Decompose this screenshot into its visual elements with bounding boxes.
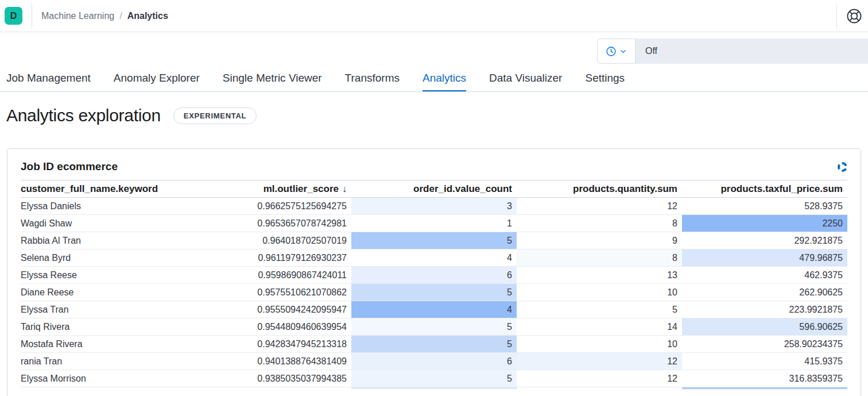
- refresh-interval-button[interactable]: [597, 39, 636, 64]
- table-cell: 8: [517, 249, 682, 267]
- table-cell: Elyssa Morrison: [21, 370, 186, 387]
- table-cell: Selena Byrd: [21, 249, 186, 267]
- column-header-products-quantity-sum[interactable]: products.quantity.sum: [517, 180, 682, 198]
- column-header-products-taxful-price-sum[interactable]: products.taxful_price.sum: [682, 180, 847, 198]
- tab-data-visualizer[interactable]: Data Visualizer: [489, 65, 562, 91]
- table-cell: 14: [517, 318, 682, 336]
- column-header-label: products.taxful_price.sum: [720, 183, 843, 194]
- table-cell: 596.90625: [682, 318, 847, 336]
- table-cell: Rabbia Al Tran: [21, 232, 186, 249]
- help-button[interactable]: [846, 8, 862, 24]
- page-title: Analytics exploration: [6, 106, 161, 125]
- table-cell: 8: [517, 215, 682, 232]
- column-header-label: ml.outlier_score: [264, 183, 339, 194]
- table-cell: 258.90234375: [682, 336, 847, 353]
- job-id-title: Job ID ecommerce: [21, 160, 118, 173]
- table-body: Elyssa Daniels0.9662575125694275312528.9…: [21, 198, 847, 389]
- table-row: Elyssa Morrison0.9385035037994385512316.…: [21, 370, 847, 387]
- help-life-ring-icon: [846, 17, 862, 26]
- table-cell: Elyssa Reese: [21, 267, 186, 284]
- chevron-down-icon: [619, 48, 627, 55]
- column-header-ml-outlier-score[interactable]: ml.outlier_score↓: [186, 180, 351, 198]
- header-divider: [836, 4, 837, 28]
- tab-transforms[interactable]: Transforms: [345, 65, 400, 91]
- table-cell: Wagdi Shaw: [21, 215, 186, 232]
- table-cell: 12: [517, 353, 682, 370]
- sort-desc-arrow-icon: ↓: [342, 184, 347, 194]
- table-row: Elyssa Daniels0.9662575125694275312528.9…: [21, 198, 847, 215]
- table-cell: 10: [517, 284, 682, 301]
- table-cell: 12: [517, 370, 682, 387]
- column-header-label: products.quantity.sum: [573, 183, 677, 194]
- header-right-group: [836, 0, 868, 32]
- table-cell: 13: [517, 267, 682, 284]
- table-cell: 3: [351, 198, 517, 215]
- tab-anomaly-explorer[interactable]: Anomaly Explorer: [114, 65, 200, 91]
- table-cell: 5: [351, 284, 517, 301]
- gear-icon: [838, 162, 847, 172]
- table-cell: 479.96875: [682, 249, 847, 267]
- table-cell: [21, 387, 186, 389]
- table-cell: 5: [351, 232, 517, 249]
- table-cell: Mostafa Rivera: [21, 336, 186, 353]
- table-cell: 5: [351, 336, 517, 353]
- table-cell: [351, 387, 517, 389]
- table-cell: 5: [517, 301, 682, 318]
- column-header-customer-full-name[interactable]: customer_full_name.keyword: [21, 180, 186, 198]
- ml-tabs: Job Management Anomaly Explorer Single M…: [0, 65, 868, 92]
- table-cell: 5: [351, 318, 517, 336]
- tab-analytics[interactable]: Analytics: [423, 65, 466, 91]
- table-cell: 292.921875: [682, 232, 847, 249]
- tab-settings[interactable]: Settings: [585, 65, 625, 91]
- table-cell: rania Tran: [21, 353, 186, 370]
- page-header: Analytics exploration EXPERIMENTAL: [0, 92, 868, 125]
- table-row: Elyssa Tran0.955509424209594745223.99218…: [21, 301, 847, 318]
- top-header-bar: D Machine Learning / Analytics: [0, 0, 868, 32]
- refresh-interval-display[interactable]: Off: [636, 39, 868, 64]
- table-row: Elyssa Reese0.9598690867424011613462.937…: [21, 267, 847, 284]
- breadcrumb-machine-learning[interactable]: Machine Learning: [41, 11, 114, 21]
- breadcrumb-separator: /: [119, 11, 122, 21]
- table-cell: 528.9375: [682, 198, 847, 215]
- table-cell: 9: [517, 232, 682, 249]
- table-row: Diane Reese0.9575510621070862510262.9062…: [21, 284, 847, 301]
- table-cell: 0.9575510621070862: [186, 284, 351, 301]
- tab-single-metric-viewer[interactable]: Single Metric Viewer: [223, 65, 322, 91]
- column-settings-button[interactable]: [838, 162, 847, 172]
- table-row-partial: [21, 387, 847, 389]
- column-header-label: customer_full_name.keyword: [21, 183, 158, 194]
- table-row: Rabbia Al Tran0.96401870250701959292.921…: [21, 232, 847, 249]
- table-cell: 0.9555094242095947: [186, 301, 351, 318]
- table-cell: 5: [351, 370, 517, 387]
- table-row: Wagdi Shaw0.9653657078742981182250: [21, 215, 847, 232]
- table-cell: 0.9653657078742981: [186, 215, 351, 232]
- table-row: Tariq Rivera0.9544809460639954514596.906…: [21, 318, 847, 336]
- exploration-panel: Job ID ecommerce customer_full_name.keyw…: [7, 148, 861, 396]
- super-date-picker: Off: [597, 39, 868, 64]
- table-cell: 12: [517, 198, 682, 215]
- table-cell: 223.9921875: [682, 301, 847, 318]
- table-cell: 0.9544809460639954: [186, 318, 351, 336]
- tab-job-management[interactable]: Job Management: [6, 65, 91, 91]
- table-row: Mostafa Rivera0.9428347945213318510258.9…: [21, 336, 847, 353]
- table-cell: 0.964018702507019: [186, 232, 351, 249]
- table-cell: 316.8359375: [682, 370, 847, 387]
- table-row: rania Tran0.9401388764381409612415.9375: [21, 353, 847, 370]
- panel-header: Job ID ecommerce: [21, 160, 847, 173]
- space-avatar[interactable]: D: [5, 7, 22, 25]
- table-cell: Diane Reese: [21, 284, 186, 301]
- table-header-row: customer_full_name.keyword ml.outlier_sc…: [21, 180, 847, 198]
- table-cell: 0.9598690867424011: [186, 267, 351, 284]
- table-cell: 0.9385035037994385: [186, 370, 351, 387]
- table-cell: 415.9375: [682, 353, 847, 370]
- column-header-label: order_id.value_count: [413, 183, 512, 194]
- table-row: Selena Byrd0.961197912693023748479.96875: [21, 249, 847, 267]
- query-bar-row: Off: [0, 32, 868, 65]
- experimental-badge: EXPERIMENTAL: [173, 107, 257, 124]
- column-header-order-id-value-count[interactable]: order_id.value_count: [351, 180, 517, 198]
- table-cell: 0.9611979126930237: [186, 249, 351, 267]
- table-cell: 1: [351, 215, 517, 232]
- table-cell: 4: [351, 301, 517, 318]
- table-cell: Elyssa Daniels: [21, 198, 186, 215]
- table-cell: 10: [517, 336, 682, 353]
